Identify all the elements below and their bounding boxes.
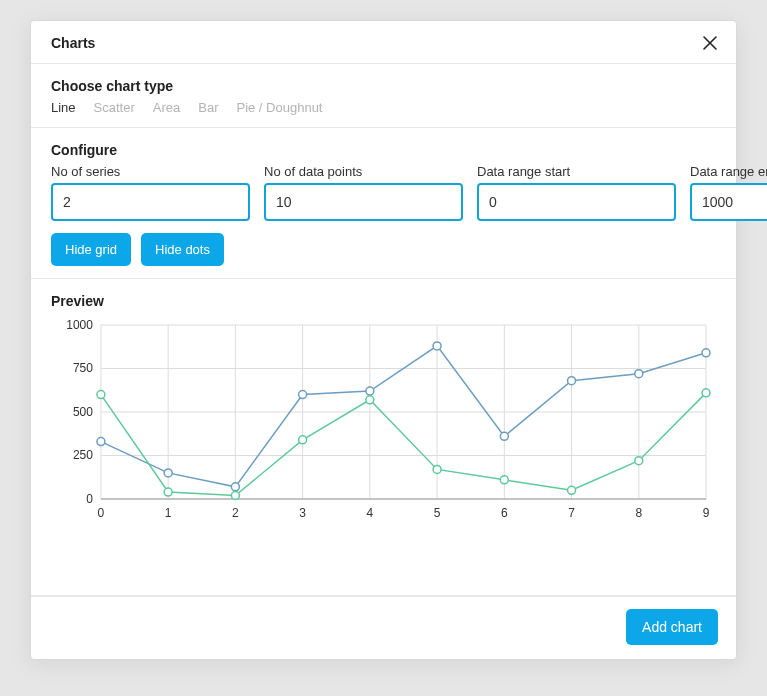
tab-pie[interactable]: Pie / Doughnut bbox=[236, 100, 322, 115]
svg-point-47 bbox=[500, 476, 508, 484]
svg-point-48 bbox=[568, 486, 576, 494]
svg-point-40 bbox=[702, 349, 710, 357]
preview-chart: 025050075010000123456789 bbox=[51, 315, 716, 525]
svg-text:7: 7 bbox=[568, 506, 575, 520]
svg-point-32 bbox=[164, 469, 172, 477]
svg-point-49 bbox=[635, 457, 643, 465]
svg-point-44 bbox=[299, 436, 307, 444]
svg-text:4: 4 bbox=[367, 506, 374, 520]
dialog-footer: Add chart bbox=[31, 596, 736, 659]
points-input[interactable] bbox=[264, 183, 463, 221]
range-start-input[interactable] bbox=[477, 183, 676, 221]
svg-text:250: 250 bbox=[73, 448, 93, 462]
svg-text:1000: 1000 bbox=[66, 318, 93, 332]
series-label: No of series bbox=[51, 164, 250, 179]
svg-text:750: 750 bbox=[73, 361, 93, 375]
titlebar: Charts bbox=[31, 21, 736, 64]
svg-point-41 bbox=[97, 391, 105, 399]
svg-text:500: 500 bbox=[73, 405, 93, 419]
svg-text:6: 6 bbox=[501, 506, 508, 520]
end-label: Data range end bbox=[690, 164, 767, 179]
svg-point-39 bbox=[635, 370, 643, 378]
tab-scatter[interactable]: Scatter bbox=[94, 100, 135, 115]
charts-dialog: Charts Choose chart type Line Scatter Ar… bbox=[30, 20, 737, 660]
hide-grid-button[interactable]: Hide grid bbox=[51, 233, 131, 266]
svg-point-34 bbox=[299, 391, 307, 399]
chart-type-tabs: Line Scatter Area Bar Pie / Doughnut bbox=[51, 100, 716, 115]
svg-point-36 bbox=[433, 342, 441, 350]
svg-text:9: 9 bbox=[703, 506, 710, 520]
dialog-title: Charts bbox=[51, 35, 95, 51]
svg-point-33 bbox=[231, 483, 239, 491]
svg-text:3: 3 bbox=[299, 506, 306, 520]
preview-section: Preview 025050075010000123456789 bbox=[31, 279, 736, 596]
svg-text:1: 1 bbox=[165, 506, 172, 520]
svg-point-46 bbox=[433, 465, 441, 473]
svg-text:2: 2 bbox=[232, 506, 239, 520]
svg-point-38 bbox=[568, 377, 576, 385]
start-label: Data range start bbox=[477, 164, 676, 179]
tab-area[interactable]: Area bbox=[153, 100, 180, 115]
svg-text:0: 0 bbox=[86, 492, 93, 506]
svg-point-45 bbox=[366, 396, 374, 404]
svg-point-43 bbox=[231, 492, 239, 500]
points-label: No of data points bbox=[264, 164, 463, 179]
choose-chart-type-section: Choose chart type Line Scatter Area Bar … bbox=[31, 64, 736, 128]
choose-heading: Choose chart type bbox=[51, 78, 716, 94]
add-chart-button[interactable]: Add chart bbox=[626, 609, 718, 645]
tab-bar[interactable]: Bar bbox=[198, 100, 218, 115]
svg-point-42 bbox=[164, 488, 172, 496]
svg-point-37 bbox=[500, 432, 508, 440]
configure-section: Configure No of series No of data points… bbox=[31, 128, 736, 279]
svg-point-35 bbox=[366, 387, 374, 395]
range-end-input[interactable] bbox=[690, 183, 767, 221]
preview-heading: Preview bbox=[51, 293, 716, 309]
configure-heading: Configure bbox=[51, 142, 716, 158]
svg-text:5: 5 bbox=[434, 506, 441, 520]
tab-line[interactable]: Line bbox=[51, 100, 76, 115]
svg-point-31 bbox=[97, 438, 105, 446]
svg-point-50 bbox=[702, 389, 710, 397]
svg-text:0: 0 bbox=[98, 506, 105, 520]
svg-text:8: 8 bbox=[635, 506, 642, 520]
close-icon[interactable] bbox=[702, 35, 718, 51]
series-input[interactable] bbox=[51, 183, 250, 221]
hide-dots-button[interactable]: Hide dots bbox=[141, 233, 224, 266]
